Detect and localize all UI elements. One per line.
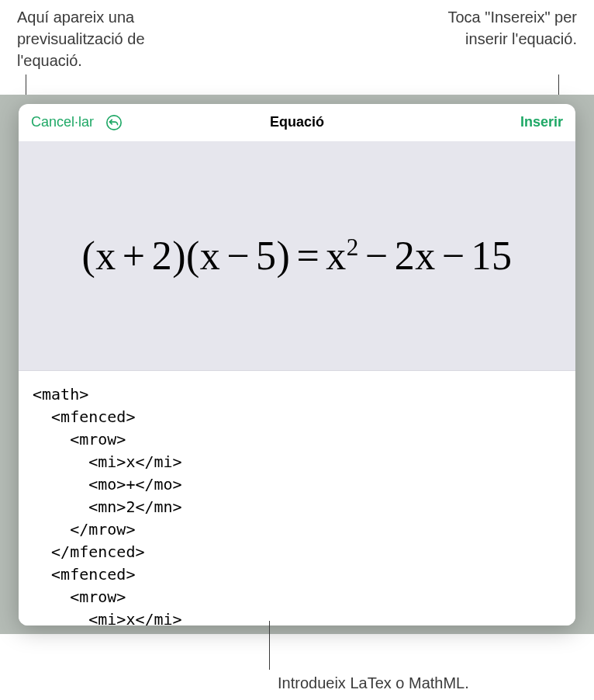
modal-title: Equació — [270, 114, 324, 130]
equation-modal: Cancel·lar Equació Inserir (x+2)(x−5)=x2… — [19, 104, 575, 625]
undo-button[interactable] — [105, 113, 123, 132]
insert-button[interactable]: Inserir — [520, 114, 563, 130]
svg-point-0 — [107, 115, 121, 129]
equation-code-input[interactable]: <math> <mfenced> <mrow> <mi>x</mi> <mo>+… — [19, 370, 575, 625]
callout-code: Introdueix LaTex o MathML. — [278, 672, 469, 694]
header-left-group: Cancel·lar — [31, 113, 123, 132]
equation-rendered: (x+2)(x−5)=x2−2x−15 — [81, 234, 512, 278]
modal-header: Cancel·lar Equació Inserir — [19, 104, 575, 141]
callout-insert: Toca "Insereix" per inserir l'equació. — [422, 6, 577, 50]
cancel-button[interactable]: Cancel·lar — [31, 114, 94, 130]
callout-preview: Aquí apareix una previsualització de l'e… — [17, 6, 172, 71]
equation-preview-area: (x+2)(x−5)=x2−2x−15 — [19, 141, 575, 370]
equation-preview: (x+2)(x−5)=x2−2x−15 — [81, 233, 512, 279]
device-background: Cancel·lar Equació Inserir (x+2)(x−5)=x2… — [0, 95, 594, 634]
callout-line — [269, 621, 270, 670]
undo-icon — [105, 114, 123, 131]
